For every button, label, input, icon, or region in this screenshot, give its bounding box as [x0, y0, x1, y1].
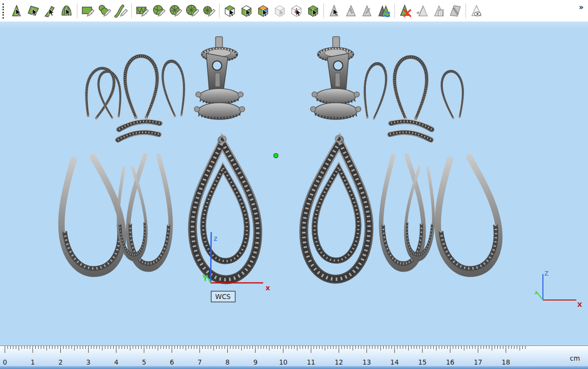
wcs-label: WCS [215, 293, 230, 300]
model-pave-horseshoe[interactable] [125, 56, 157, 118]
ruler-number: 17 [474, 358, 482, 366]
triangle-notch-icon [344, 4, 358, 18]
ruler-number: 8 [225, 358, 230, 366]
ruler-number: 7 [197, 358, 202, 366]
select-surface-tool-button[interactable] [42, 1, 58, 20]
ruler-number: 9 [253, 358, 258, 366]
model-ornate-teardrop-earring[interactable] [189, 135, 259, 281]
mark-freeform-icon [98, 4, 111, 18]
radial-small-mark-tool-button[interactable] [200, 1, 217, 20]
select-triangles-tool-button[interactable] [8, 1, 25, 20]
triangle-detach-tool-button[interactable] [414, 1, 430, 20]
ruler-number: 18 [502, 358, 510, 366]
view-x-label: X [577, 301, 582, 308]
model-pave-horseshoe[interactable] [394, 57, 427, 119]
triangle-swap-normals-icon [377, 4, 391, 18]
ruler-canvas: 0123456789101112131415161718cm [0, 346, 588, 366]
triangle-export-tool-button[interactable] [430, 1, 447, 20]
ruler-number: 5 [142, 358, 147, 366]
toolbar-separator [394, 3, 395, 18]
model-open-hoop-earring[interactable] [429, 155, 504, 277]
model-pave-bar[interactable] [119, 120, 160, 130]
triangle-notch-tool-button[interactable] [343, 1, 359, 20]
ruler-number: 2 [58, 358, 63, 366]
select-plane-icon [26, 4, 40, 18]
toolbar-separator [466, 3, 466, 18]
model-open-hoop-earring[interactable] [53, 155, 127, 277]
ruler-number: 15 [418, 358, 426, 366]
mark-brush-icon [114, 4, 128, 18]
cube-select-top-tool-button[interactable] [221, 1, 238, 20]
gray-triangle-select-tool-button[interactable] [326, 1, 343, 20]
toolbar-overflow-button[interactable]: » [579, 3, 587, 19]
wcs-x-label: x [266, 284, 270, 292]
mesh-circle-mark-tool-button[interactable] [150, 1, 167, 20]
freeform-mark-tool-button[interactable] [96, 1, 113, 20]
mark-mesh-circle-icon [152, 4, 166, 18]
cube-green-sides-icon [240, 4, 253, 18]
select-surface-icon [43, 4, 57, 18]
ruler-number: 10 [279, 358, 287, 366]
triangle-move-icon [361, 4, 374, 18]
ruler-number: 4 [114, 358, 119, 366]
cube-colored-icon [256, 4, 270, 18]
cube-select-sides-tool-button[interactable] [238, 1, 255, 20]
origin-point-marker [274, 154, 278, 158]
ruler-number: 11 [307, 358, 315, 366]
triangle-visibility-icon [469, 4, 483, 18]
scene-canvas[interactable]: z x Y WCS Z X [0, 22, 588, 346]
mark-rectangle-icon [81, 4, 95, 18]
ruler-number: 14 [391, 358, 399, 366]
wcs-z-label: z [214, 234, 217, 242]
cube-select-ghost-tool-button[interactable] [271, 1, 288, 20]
toolbar-tools [8, 0, 485, 22]
toolbar-separator [131, 3, 132, 18]
radial-mark-tool-button[interactable] [184, 1, 200, 20]
model-pave-bar[interactable] [391, 120, 432, 130]
select-plane-tool-button[interactable] [25, 1, 42, 20]
cube-solid-icon [306, 4, 320, 18]
view-z-label: Z [544, 270, 548, 277]
model-pave-bar[interactable] [390, 131, 432, 139]
toolbar-separator [77, 3, 77, 18]
mark-radial-icon [185, 4, 199, 18]
mark-radial-small-icon [202, 4, 216, 18]
triangle-swap-normals-tool-button[interactable] [376, 1, 392, 20]
triangle-move-tool-button[interactable] [359, 1, 376, 20]
toolbar-separator [323, 3, 324, 18]
select-shell-tool-button[interactable] [58, 1, 75, 20]
triangle-detach-icon [415, 4, 429, 18]
bottom-strip [0, 366, 588, 369]
model-pave-bar[interactable] [118, 131, 159, 139]
viewport-3d[interactable]: z x Y WCS Z X [0, 22, 588, 346]
mesh-rectangle-mark-tool-button[interactable] [134, 1, 150, 20]
ruler-unit-label: cm [570, 354, 580, 362]
model-pave-horseshoe[interactable] [160, 60, 188, 117]
triangle-delete-tool-button[interactable] [397, 1, 414, 20]
triangle-export-icon [432, 4, 445, 18]
ruler-number: 0 [3, 358, 7, 366]
toolbar-grip-handle[interactable] [2, 2, 6, 19]
cube-ghost-icon [273, 4, 287, 18]
model-pave-horseshoe[interactable] [440, 70, 466, 120]
brush-mark-tool-button[interactable] [113, 1, 129, 20]
triangle-visibility-tool-button[interactable] [468, 1, 485, 20]
mark-pinwheel-icon [169, 4, 182, 18]
select-shell-icon [60, 4, 74, 18]
cube-interior-icon [290, 4, 303, 18]
triangle-stitch-icon [448, 4, 462, 18]
model-pave-horseshoe[interactable] [360, 62, 388, 120]
triangle-stitch-tool-button[interactable] [447, 1, 464, 20]
cube-select-solid-tool-button[interactable] [305, 1, 321, 20]
model-clasp-assembly[interactable] [311, 37, 361, 119]
ruler-number: 16 [446, 358, 454, 366]
triangle-delete-icon [398, 4, 412, 18]
cube-select-interior-tool-button[interactable] [288, 1, 305, 20]
pinwheel-mark-tool-button[interactable] [167, 1, 184, 20]
wcs-y-label: Y [202, 274, 208, 283]
model-clasp-assembly[interactable] [195, 37, 245, 119]
rectangle-mark-tool-button[interactable] [79, 1, 96, 20]
triangle-gray-select-icon [327, 4, 341, 18]
model-ornate-teardrop-earring[interactable] [302, 135, 372, 280]
cube-select-colored-tool-button[interactable] [255, 1, 271, 20]
